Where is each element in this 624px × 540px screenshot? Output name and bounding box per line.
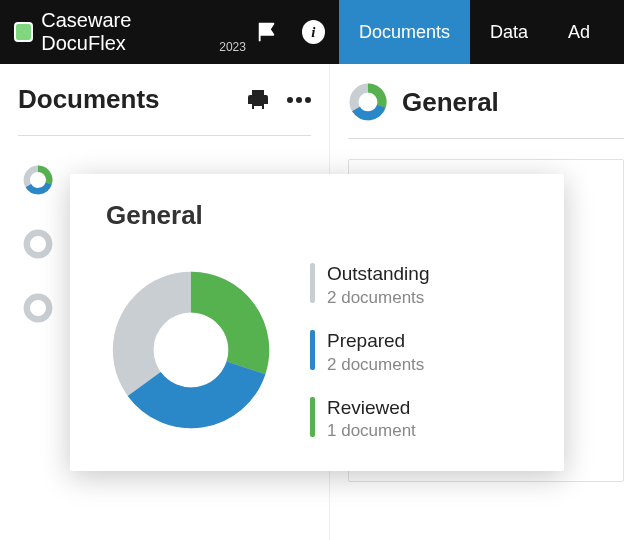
divider <box>18 135 311 136</box>
nav-tabs: Documents Data Ad <box>339 0 610 64</box>
legend-label: Outstanding <box>327 263 429 286</box>
main-title: General <box>402 87 499 118</box>
more-icon[interactable] <box>287 97 311 103</box>
legend-label: Reviewed <box>327 397 416 420</box>
svg-point-1 <box>27 233 49 255</box>
status-donut-chart <box>106 265 276 435</box>
group-donut-3[interactable] <box>22 292 54 324</box>
legend-item-prepared: Prepared 2 documents <box>310 330 429 375</box>
top-bar: Caseware DocuFlex 2023 i Documents Data … <box>0 0 624 64</box>
info-icon[interactable]: i <box>302 20 325 44</box>
sidebar-title: Documents <box>18 84 160 115</box>
legend-sub: 2 documents <box>327 355 424 375</box>
tab-more[interactable]: Ad <box>548 0 610 64</box>
flag-icon[interactable] <box>256 21 278 43</box>
print-icon[interactable] <box>245 88 271 112</box>
brand-logo-icon <box>14 22 33 42</box>
svg-point-2 <box>27 297 49 319</box>
tab-data[interactable]: Data <box>470 0 548 64</box>
popover-title: General <box>106 200 534 231</box>
main-divider <box>348 138 624 139</box>
legend: Outstanding 2 documents Prepared 2 docum… <box>310 259 429 441</box>
legend-color-outstanding <box>310 263 315 303</box>
brand-name: Caseware DocuFlex <box>41 9 213 55</box>
legend-label: Prepared <box>327 330 424 353</box>
main-donut-icon <box>348 82 388 122</box>
tab-documents[interactable]: Documents <box>339 0 470 64</box>
legend-color-prepared <box>310 330 315 370</box>
legend-sub: 2 documents <box>327 288 429 308</box>
brand-year: 2023 <box>219 40 246 54</box>
legend-sub: 1 document <box>327 421 416 441</box>
legend-item-outstanding: Outstanding 2 documents <box>310 263 429 308</box>
legend-color-reviewed <box>310 397 315 437</box>
group-donut-general[interactable] <box>22 164 54 196</box>
group-donut-2[interactable] <box>22 228 54 260</box>
legend-item-reviewed: Reviewed 1 document <box>310 397 429 442</box>
status-popover: General Outstanding 2 documents <box>70 174 564 471</box>
